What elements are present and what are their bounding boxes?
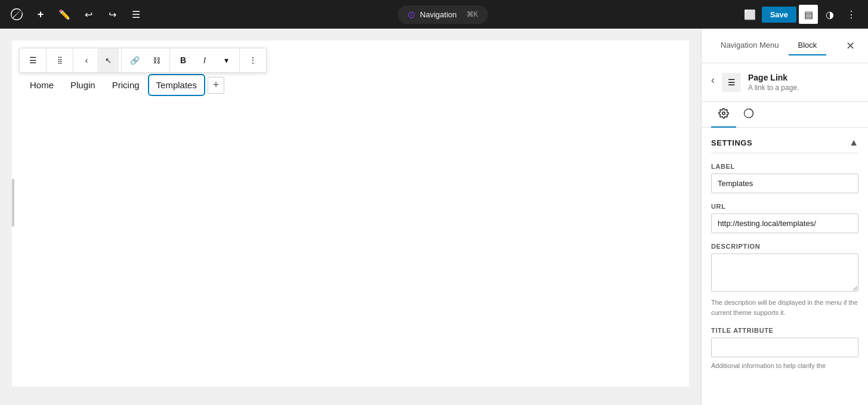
options-button[interactable]: ⋮: [842, 5, 861, 24]
block-icon: ☰: [722, 73, 741, 92]
options-icon: ⋮: [847, 9, 856, 20]
back-icon: ‹: [711, 74, 715, 86]
tools-button[interactable]: ✏️: [55, 5, 74, 24]
sidebar-toggle-button[interactable]: ▤: [799, 5, 818, 24]
wp-logo: [7, 5, 26, 24]
nav-status-icon: ⊙: [407, 9, 415, 20]
plus-icon: +: [38, 8, 44, 21]
top-bar: + ✏️ ↩ ↪ ☰ ⊙ Navigation ⌘K ⬜ Save ▤ ◑ ⋮: [0, 0, 868, 29]
svg-point-0: [722, 112, 725, 115]
redo-button[interactable]: ↪: [103, 5, 122, 24]
url-field-group: URL: [711, 203, 858, 233]
scroll-indicator: [12, 179, 14, 227]
toolbar-group-format: B I ▾: [170, 48, 240, 72]
sidebar-tabs: Navigation Menu Block: [711, 36, 826, 55]
nav-title: Navigation: [420, 10, 456, 19]
title-attr-field-label: TITLE ATTRIBUTE: [711, 327, 858, 334]
tab-block[interactable]: Block: [789, 36, 827, 55]
block-title: Page Link: [748, 73, 799, 82]
label-field-group: LABEL: [711, 163, 858, 193]
add-block-button[interactable]: +: [31, 5, 50, 24]
cursor-icon: ↖: [105, 56, 112, 65]
italic-icon: I: [203, 55, 206, 65]
settings-tab-style[interactable]: [736, 102, 761, 128]
style-icon: [743, 108, 754, 119]
toolbar-group-link: 🔗 ⛓: [122, 48, 170, 72]
sidebar-icon: ▤: [804, 9, 813, 20]
editor-area: ☰ ⣿ ‹ ↖ 🔗: [0, 29, 701, 405]
toolbar-group-more: ⋮: [240, 48, 266, 72]
title-attr-input[interactable]: [711, 338, 858, 357]
more-options-btn[interactable]: ⋮: [242, 48, 264, 72]
drag-icon: ⣿: [57, 56, 63, 64]
sidebar-header: Navigation Menu Block ✕: [702, 29, 868, 63]
link-icon: 🔗: [130, 56, 140, 65]
settings-panel-tabs: [702, 102, 868, 128]
url-input[interactable]: [711, 214, 858, 233]
nav-pill[interactable]: ⊙ Navigation ⌘K: [398, 5, 487, 24]
back-button[interactable]: ‹: [711, 74, 715, 86]
add-nav-item-button[interactable]: +: [208, 77, 224, 94]
block-desc: A link to a page.: [748, 84, 799, 92]
chevron-up-icon: ▲: [849, 137, 858, 147]
description-field-group: DESCRIPTION The description will be disp…: [711, 243, 858, 317]
preview-icon: ⬜: [744, 9, 756, 20]
nav-item-plugin[interactable]: Plugin: [64, 76, 101, 94]
block-title-area: Page Link A link to a page.: [748, 73, 799, 92]
wordpress-logo-icon: [10, 7, 24, 21]
save-button[interactable]: Save: [762, 7, 796, 23]
description-field-label: DESCRIPTION: [711, 243, 858, 250]
list-view-icon: ☰: [132, 9, 140, 20]
title-attr-help: Additional information to help clarify t…: [711, 361, 858, 371]
undo-button[interactable]: ↩: [79, 5, 98, 24]
cursor-btn[interactable]: ↖: [97, 48, 119, 72]
nav-item-pricing[interactable]: Pricing: [106, 76, 146, 94]
nav-item-templates[interactable]: Templates: [150, 76, 203, 94]
unlink-btn[interactable]: ⛓: [146, 48, 167, 72]
settings-section-header: Settings ▲: [711, 137, 858, 153]
dropdown-icon: ▾: [224, 55, 228, 65]
list-view-btn[interactable]: ☰: [22, 48, 44, 72]
settings-tab-settings[interactable]: [711, 102, 736, 128]
close-sidebar-button[interactable]: ✕: [842, 38, 858, 54]
appearance-button[interactable]: ◑: [820, 5, 839, 24]
italic-btn[interactable]: I: [194, 48, 215, 72]
bold-btn[interactable]: B: [172, 48, 194, 72]
link-btn[interactable]: 🔗: [124, 48, 146, 72]
settings-section-title: Settings: [711, 138, 752, 147]
drag-handle-btn[interactable]: ⣿: [49, 48, 70, 72]
top-bar-center: ⊙ Navigation ⌘K: [150, 5, 736, 24]
collapse-settings-button[interactable]: ▲: [849, 137, 858, 148]
top-bar-right: ⬜ Save ▤ ◑ ⋮: [740, 5, 861, 24]
description-textarea[interactable]: [711, 253, 858, 292]
tab-navigation-menu[interactable]: Navigation Menu: [711, 36, 789, 55]
block-info: ‹ ☰ Page Link A link to a page.: [702, 63, 868, 102]
unlink-icon: ⛓: [153, 56, 160, 65]
block-toolbar: ☰ ⣿ ‹ ↖ 🔗: [19, 48, 267, 73]
title-attr-field-group: TITLE ATTRIBUTE Additional information t…: [711, 327, 858, 371]
add-icon: +: [213, 79, 220, 91]
more-icon: ⋮: [249, 55, 257, 65]
tools-icon: ✏️: [58, 9, 70, 20]
editor-canvas: ☰ ⣿ ‹ ↖ 🔗: [12, 41, 689, 387]
main-layout: ☰ ⣿ ‹ ↖ 🔗: [0, 29, 868, 405]
label-field-label: LABEL: [711, 163, 858, 170]
undo-icon: ↩: [85, 9, 92, 20]
bold-icon: B: [180, 55, 186, 65]
move-left-btn[interactable]: ‹: [76, 48, 97, 72]
nav-item-home[interactable]: Home: [24, 76, 60, 94]
description-help: The description will be displayed in the…: [711, 298, 858, 317]
toolbar-group-view: ☰: [20, 48, 47, 72]
preview-button[interactable]: ⬜: [740, 5, 759, 24]
gear-icon: [718, 108, 729, 119]
label-input[interactable]: [711, 174, 858, 193]
appearance-icon: ◑: [826, 9, 834, 20]
close-icon: ✕: [846, 39, 855, 52]
nav-shortcut: ⌘K: [467, 10, 478, 18]
toolbar-group-move: ‹ ↖: [73, 48, 122, 72]
list-view-button[interactable]: ☰: [126, 5, 146, 24]
more-format-btn[interactable]: ▾: [215, 48, 237, 72]
url-field-label: URL: [711, 203, 858, 210]
list-view-icon: ☰: [29, 55, 37, 65]
toolbar-group-drag: ⣿: [47, 48, 73, 72]
